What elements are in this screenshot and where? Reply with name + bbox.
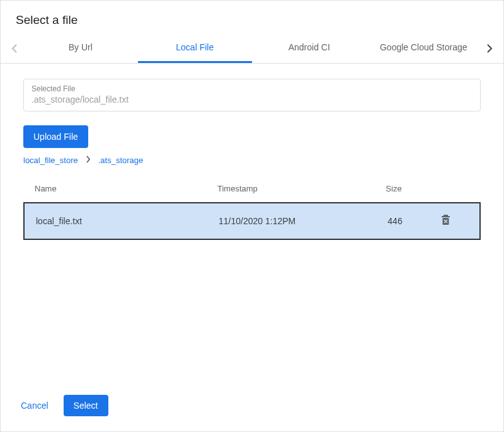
cancel-button[interactable]: Cancel [16,395,54,416]
tabs: By Url Local File Android CI Google Clou… [23,33,481,63]
breadcrumb-item-0[interactable]: local_file_store [23,156,78,165]
tab-by-url[interactable]: By Url [23,33,138,63]
cell-size: 446 [357,216,433,226]
file-table: Name Timestamp Size local_file.txt 11/10… [23,175,481,240]
tabs-container: By Url Local File Android CI Google Clou… [1,33,503,64]
breadcrumb: local_file_store .ats_storage [23,156,481,165]
column-header-actions [432,184,457,193]
tab-google-cloud-storage[interactable]: Google Cloud Storage [367,33,481,63]
dialog-footer: Cancel Select [1,385,503,431]
selected-file-label: Selected File [32,84,472,93]
selected-file-field[interactable]: Selected File .ats_storage/local_file.tx… [23,79,481,111]
table-header: Name Timestamp Size [23,175,481,202]
file-picker-dialog: Select a file By Url Local File Android … [0,0,504,432]
chevron-left-icon[interactable] [6,36,23,61]
tab-android-ci[interactable]: Android CI [252,33,367,63]
dialog-title: Select a file [16,13,488,27]
svg-rect-1 [442,216,450,217]
trash-icon[interactable] [441,217,450,227]
upload-file-button[interactable]: Upload File [23,125,88,148]
column-header-timestamp: Timestamp [217,184,356,193]
dialog-header: Select a file [1,1,503,33]
column-header-size: Size [356,184,432,193]
dialog-content: Selected File .ats_storage/local_file.tx… [1,64,503,385]
cell-name: local_file.txt [36,216,219,226]
breadcrumb-item-1[interactable]: .ats_storage [98,156,144,165]
tab-local-file[interactable]: Local File [138,33,253,63]
select-button[interactable]: Select [64,395,108,416]
svg-rect-0 [444,215,448,216]
cell-actions [433,215,458,227]
table-row[interactable]: local_file.txt 11/10/2020 1:12PM 446 [23,202,481,240]
chevron-right-icon[interactable] [481,36,498,61]
column-header-name: Name [35,184,217,193]
cell-timestamp: 11/10/2020 1:12PM [219,216,357,226]
chevron-right-icon [86,156,91,165]
selected-file-value: .ats_storage/local_file.txt [32,94,472,105]
